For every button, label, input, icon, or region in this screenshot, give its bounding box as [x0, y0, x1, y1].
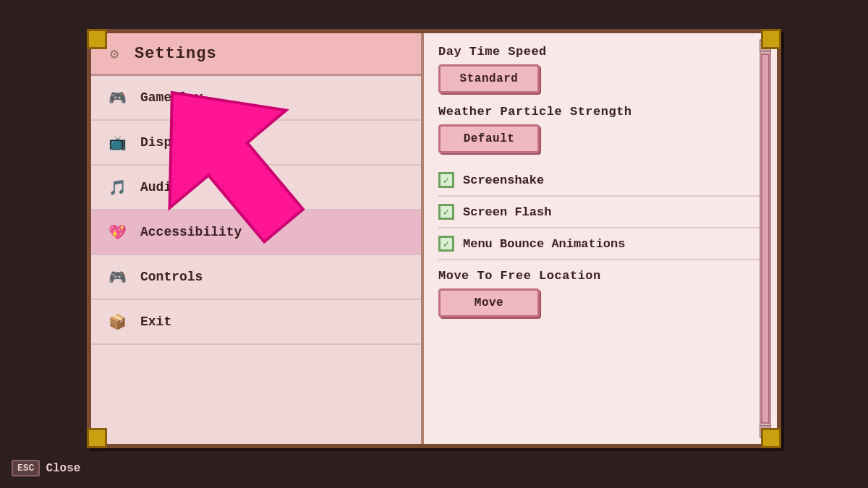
- accessibility-icon: 💖: [106, 221, 129, 244]
- screen-flash-row: Screen Flash: [438, 197, 762, 228]
- gameplay-label: Gameplay: [140, 90, 203, 105]
- sidebar-item-audio[interactable]: 🎵 Audio: [91, 166, 421, 210]
- day-time-speed-button[interactable]: Standard: [438, 64, 540, 93]
- menu-bounce-checkbox[interactable]: [438, 236, 454, 252]
- corner-decoration-br: [761, 428, 781, 448]
- move-location-section: Move To Free Location Move: [438, 269, 762, 317]
- screen-flash-label: Screen Flash: [463, 205, 551, 219]
- corner-decoration-tr: [761, 29, 781, 49]
- screenshake-label: Screenshake: [463, 174, 544, 187]
- sidebar-item-controls[interactable]: 🎮 Controls: [91, 255, 421, 300]
- sidebar-item-gameplay[interactable]: 🎮 Gameplay: [91, 76, 421, 121]
- display-label: Display: [140, 135, 195, 150]
- menu-bounce-row: Menu Bounce Animations: [438, 228, 762, 260]
- screenshake-checkbox[interactable]: [438, 172, 454, 188]
- weather-particles-button[interactable]: Default: [438, 124, 540, 153]
- settings-book: ⚙ Settings 🎮 Gameplay 📺 Display 🎵 Audio …: [87, 29, 781, 448]
- move-location-label: Move To Free Location: [438, 269, 762, 283]
- menu-bounce-label: Menu Bounce Animations: [463, 237, 625, 251]
- day-time-speed-label: Day Time Speed: [438, 45, 762, 59]
- display-icon: 📺: [106, 131, 129, 154]
- settings-content: Day Time Speed Standard Weather Particle…: [424, 33, 777, 444]
- left-panel: ⚙ Settings 🎮 Gameplay 📺 Display 🎵 Audio …: [91, 33, 424, 444]
- esc-close-bar: ESC Close: [12, 460, 80, 476]
- weather-particles-section: Weather Particle Strength Default: [438, 105, 762, 153]
- move-location-button[interactable]: Move: [438, 288, 540, 317]
- exit-label: Exit: [140, 314, 171, 329]
- sidebar-item-display[interactable]: 📺 Display: [91, 121, 421, 166]
- scrollbar-track: ▲ ▼: [760, 39, 771, 438]
- close-label: Close: [46, 462, 80, 475]
- esc-key[interactable]: ESC: [12, 460, 40, 476]
- weather-particles-label: Weather Particle Strength: [438, 105, 762, 119]
- screen-flash-checkbox[interactable]: [438, 204, 454, 220]
- controls-icon: 🎮: [106, 265, 129, 288]
- sidebar-item-accessibility[interactable]: 💖 Accessibility: [91, 210, 421, 255]
- gameplay-icon: 🎮: [106, 86, 129, 109]
- exit-icon: 📦: [106, 310, 129, 333]
- right-panel: Day Time Speed Standard Weather Particle…: [424, 33, 777, 444]
- scrollbar-thumb[interactable]: [761, 53, 770, 424]
- audio-icon: 🎵: [106, 176, 129, 199]
- day-time-speed-section: Day Time Speed Standard: [438, 45, 762, 93]
- sidebar-item-exit[interactable]: 📦 Exit: [91, 300, 421, 345]
- corner-decoration-bl: [87, 428, 107, 448]
- audio-label: Audio: [140, 180, 179, 194]
- controls-label: Controls: [140, 270, 203, 284]
- corner-decoration-tl: [87, 29, 107, 49]
- screenshake-row: Screenshake: [438, 165, 762, 197]
- settings-title: Settings: [135, 45, 217, 63]
- accessibility-label: Accessibility: [140, 225, 242, 239]
- settings-header: ⚙ Settings: [91, 33, 421, 76]
